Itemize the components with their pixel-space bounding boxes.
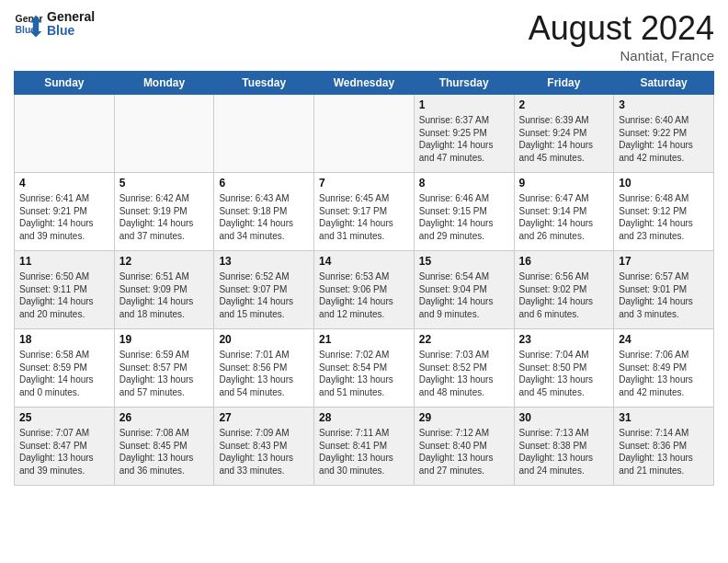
day-content: Sunrise: 7:11 AMSunset: 8:41 PMDaylight:… <box>319 427 409 477</box>
calendar-cell: 16Sunrise: 6:56 AMSunset: 9:02 PMDayligh… <box>514 251 614 329</box>
calendar-week-row: 25Sunrise: 7:07 AMSunset: 8:47 PMDayligh… <box>15 408 714 486</box>
calendar-cell: 14Sunrise: 6:53 AMSunset: 9:06 PMDayligh… <box>314 251 415 329</box>
logo: General Blue General Blue <box>14 9 95 39</box>
day-number: 20 <box>219 333 309 346</box>
calendar-cell: 22Sunrise: 7:03 AMSunset: 8:52 PMDayligh… <box>414 329 514 408</box>
day-content: Sunrise: 7:09 AMSunset: 8:43 PMDaylight:… <box>219 427 309 477</box>
day-number: 2 <box>519 98 609 111</box>
day-content: Sunrise: 6:56 AMSunset: 9:02 PMDaylight:… <box>519 270 609 320</box>
day-number: 19 <box>119 333 210 346</box>
calendar-week-row: 18Sunrise: 6:58 AMSunset: 8:59 PMDayligh… <box>15 329 714 408</box>
day-number: 5 <box>119 177 210 190</box>
day-number: 27 <box>219 411 309 424</box>
col-header-wednesday: Wednesday <box>314 72 415 95</box>
day-number: 17 <box>619 255 709 268</box>
day-number: 23 <box>519 333 609 346</box>
calendar-cell: 18Sunrise: 6:58 AMSunset: 8:59 PMDayligh… <box>15 329 115 408</box>
day-number: 12 <box>119 255 210 268</box>
day-number: 3 <box>619 98 709 111</box>
logo-blue: Blue <box>47 24 95 38</box>
day-content: Sunrise: 7:07 AMSunset: 8:47 PMDaylight:… <box>19 427 109 477</box>
calendar-cell: 7Sunrise: 6:45 AMSunset: 9:17 PMDaylight… <box>314 173 415 251</box>
calendar-cell: 15Sunrise: 6:54 AMSunset: 9:04 PMDayligh… <box>414 251 514 329</box>
col-header-monday: Monday <box>114 72 214 95</box>
calendar-cell: 9Sunrise: 6:47 AMSunset: 9:14 PMDaylight… <box>514 173 614 251</box>
day-number: 30 <box>519 411 609 424</box>
calendar-cell: 21Sunrise: 7:02 AMSunset: 8:54 PMDayligh… <box>314 329 415 408</box>
day-number: 25 <box>19 411 109 424</box>
day-content: Sunrise: 6:50 AMSunset: 9:11 PMDaylight:… <box>19 270 109 320</box>
calendar-cell: 13Sunrise: 6:52 AMSunset: 9:07 PMDayligh… <box>214 251 314 329</box>
calendar-cell: 25Sunrise: 7:07 AMSunset: 8:47 PMDayligh… <box>15 408 115 486</box>
calendar-header-row: SundayMondayTuesdayWednesdayThursdayFrid… <box>15 72 714 95</box>
day-number: 7 <box>319 177 409 190</box>
calendar-cell: 12Sunrise: 6:51 AMSunset: 9:09 PMDayligh… <box>114 251 214 329</box>
calendar-week-row: 11Sunrise: 6:50 AMSunset: 9:11 PMDayligh… <box>15 251 714 329</box>
day-number: 10 <box>619 177 709 190</box>
day-number: 8 <box>419 177 509 190</box>
calendar-cell: 30Sunrise: 7:13 AMSunset: 8:38 PMDayligh… <box>514 408 614 486</box>
day-content: Sunrise: 6:40 AMSunset: 9:22 PMDaylight:… <box>619 114 709 164</box>
calendar-cell <box>214 95 314 173</box>
day-content: Sunrise: 6:47 AMSunset: 9:14 PMDaylight:… <box>519 192 609 242</box>
calendar-cell <box>15 95 115 173</box>
calendar-week-row: 1Sunrise: 6:37 AMSunset: 9:25 PMDaylight… <box>15 95 714 173</box>
day-content: Sunrise: 6:48 AMSunset: 9:12 PMDaylight:… <box>619 192 709 242</box>
calendar-cell: 31Sunrise: 7:14 AMSunset: 8:36 PMDayligh… <box>614 408 714 486</box>
calendar-cell: 3Sunrise: 6:40 AMSunset: 9:22 PMDaylight… <box>614 95 714 173</box>
day-number: 18 <box>19 333 109 346</box>
day-content: Sunrise: 6:41 AMSunset: 9:21 PMDaylight:… <box>19 192 109 242</box>
calendar-week-row: 4Sunrise: 6:41 AMSunset: 9:21 PMDaylight… <box>15 173 714 251</box>
day-number: 21 <box>319 333 409 346</box>
calendar-cell: 2Sunrise: 6:39 AMSunset: 9:24 PMDaylight… <box>514 95 614 173</box>
day-number: 1 <box>419 98 509 111</box>
day-content: Sunrise: 6:53 AMSunset: 9:06 PMDaylight:… <box>319 270 409 320</box>
logo-icon: General Blue <box>14 9 43 39</box>
day-number: 16 <box>519 255 609 268</box>
logo-general: General <box>47 10 95 24</box>
calendar-cell: 29Sunrise: 7:12 AMSunset: 8:40 PMDayligh… <box>414 408 514 486</box>
calendar-cell <box>114 95 214 173</box>
calendar-cell: 17Sunrise: 6:57 AMSunset: 9:01 PMDayligh… <box>614 251 714 329</box>
col-header-sunday: Sunday <box>15 72 115 95</box>
day-content: Sunrise: 7:02 AMSunset: 8:54 PMDaylight:… <box>319 349 409 398</box>
day-number: 4 <box>19 177 109 190</box>
day-number: 15 <box>419 255 509 268</box>
day-content: Sunrise: 6:54 AMSunset: 9:04 PMDaylight:… <box>419 270 509 320</box>
day-number: 28 <box>319 411 409 424</box>
day-content: Sunrise: 6:57 AMSunset: 9:01 PMDaylight:… <box>619 270 709 320</box>
calendar-cell: 19Sunrise: 6:59 AMSunset: 8:57 PMDayligh… <box>114 329 214 408</box>
day-number: 9 <box>519 177 609 190</box>
calendar-cell: 5Sunrise: 6:42 AMSunset: 9:19 PMDaylight… <box>114 173 214 251</box>
calendar-cell: 28Sunrise: 7:11 AMSunset: 8:41 PMDayligh… <box>314 408 415 486</box>
day-content: Sunrise: 6:52 AMSunset: 9:07 PMDaylight:… <box>219 270 309 320</box>
title-area: August 2024 Nantiat, France <box>529 9 714 63</box>
location-label: Nantiat, France <box>529 48 714 63</box>
day-content: Sunrise: 7:03 AMSunset: 8:52 PMDaylight:… <box>419 349 509 398</box>
calendar-cell: 6Sunrise: 6:43 AMSunset: 9:18 PMDaylight… <box>214 173 314 251</box>
day-content: Sunrise: 7:01 AMSunset: 8:56 PMDaylight:… <box>219 349 309 398</box>
col-header-friday: Friday <box>514 72 614 95</box>
calendar-cell: 26Sunrise: 7:08 AMSunset: 8:45 PMDayligh… <box>114 408 214 486</box>
day-number: 24 <box>619 333 709 346</box>
day-content: Sunrise: 6:59 AMSunset: 8:57 PMDaylight:… <box>119 349 210 398</box>
calendar-table: SundayMondayTuesdayWednesdayThursdayFrid… <box>14 71 714 486</box>
calendar-cell: 10Sunrise: 6:48 AMSunset: 9:12 PMDayligh… <box>614 173 714 251</box>
day-number: 26 <box>119 411 210 424</box>
page-header: General Blue General Blue August 2024 Na… <box>14 9 714 63</box>
day-content: Sunrise: 7:08 AMSunset: 8:45 PMDaylight:… <box>119 427 210 477</box>
calendar-cell: 11Sunrise: 6:50 AMSunset: 9:11 PMDayligh… <box>15 251 115 329</box>
col-header-tuesday: Tuesday <box>214 72 314 95</box>
col-header-thursday: Thursday <box>414 72 514 95</box>
day-number: 13 <box>219 255 309 268</box>
day-content: Sunrise: 7:12 AMSunset: 8:40 PMDaylight:… <box>419 427 509 477</box>
calendar-cell: 8Sunrise: 6:46 AMSunset: 9:15 PMDaylight… <box>414 173 514 251</box>
day-content: Sunrise: 7:13 AMSunset: 8:38 PMDaylight:… <box>519 427 609 477</box>
day-content: Sunrise: 7:04 AMSunset: 8:50 PMDaylight:… <box>519 349 609 398</box>
month-year-title: August 2024 <box>529 9 714 48</box>
day-number: 11 <box>19 255 109 268</box>
day-content: Sunrise: 7:14 AMSunset: 8:36 PMDaylight:… <box>619 427 709 477</box>
calendar-cell <box>314 95 415 173</box>
day-content: Sunrise: 6:46 AMSunset: 9:15 PMDaylight:… <box>419 192 509 242</box>
day-content: Sunrise: 7:06 AMSunset: 8:49 PMDaylight:… <box>619 349 709 398</box>
